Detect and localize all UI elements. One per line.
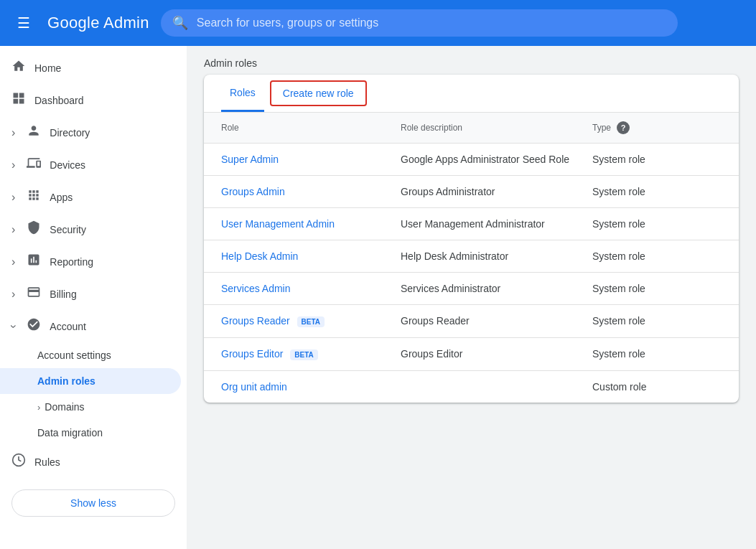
sidebar-label-rules: Rules — [34, 456, 60, 468]
chevron-right-icon-devices: › — [11, 159, 15, 172]
sidebar-label-account: Account — [50, 321, 86, 332]
table-header: Role Role description Type ? — [204, 113, 739, 144]
table-row: Groups Editor BETA Groups Editor System … — [204, 338, 739, 371]
sidebar-item-admin-roles[interactable]: Admin roles — [0, 368, 181, 394]
app-logo: Google Admin — [47, 14, 149, 32]
role-desc-groups-reader: Groups Reader — [401, 315, 592, 327]
header-type: Type ? — [592, 121, 722, 134]
role-cell-groups-reader: Groups Reader BETA — [221, 315, 401, 327]
role-link-user-mgmt-admin[interactable]: User Management Admin — [221, 218, 401, 230]
sidebar-item-account-settings[interactable]: Account settings — [0, 342, 181, 368]
tab-roles[interactable]: Roles — [221, 75, 264, 112]
sidebar-label-dashboard: Dashboard — [34, 95, 84, 106]
role-type-groups-admin: System role — [592, 186, 722, 197]
role-link-org-unit-admin[interactable]: Org unit admin — [221, 381, 401, 393]
reporting-icon — [27, 253, 41, 271]
sidebar-item-directory[interactable]: › Directory — [0, 116, 181, 149]
breadcrumb: Admin roles — [187, 46, 756, 75]
account-subitems: Account settings Admin roles › Domains D… — [0, 342, 187, 446]
chevron-right-icon: › — [11, 126, 15, 139]
billing-icon — [27, 285, 41, 303]
role-desc-user-mgmt-admin: User Management Administrator — [401, 218, 592, 230]
account-icon — [27, 317, 41, 335]
role-desc-super-admin: Google Apps Administrator Seed Role — [401, 154, 592, 165]
role-desc-groups-admin: Groups Administrator — [401, 186, 592, 197]
sidebar: Home Dashboard › Directory › Devices — [0, 46, 187, 549]
sidebar-label-security: Security — [50, 224, 86, 235]
type-help-icon[interactable]: ? — [617, 121, 630, 134]
sidebar-label-directory: Directory — [50, 127, 90, 139]
header-role: Role — [221, 121, 401, 134]
sidebar-label-apps: Apps — [50, 192, 73, 203]
chevron-right-icon-security: › — [11, 223, 15, 236]
role-type-groups-reader: System role — [592, 315, 722, 327]
security-icon — [27, 220, 41, 238]
role-link-help-desk-admin[interactable]: Help Desk Admin — [221, 250, 401, 262]
tab-create-new-role[interactable]: Create new role — [270, 80, 367, 106]
table-row: Groups Reader BETA Groups Reader System … — [204, 305, 739, 338]
admin-roles-label: Admin roles — [37, 375, 95, 387]
role-desc-services-admin: Services Administrator — [401, 283, 592, 294]
table-row: Super Admin Google Apps Administrator Se… — [204, 144, 739, 176]
role-type-groups-editor: System role — [592, 348, 722, 360]
sidebar-label-reporting: Reporting — [50, 256, 93, 268]
devices-icon — [27, 156, 41, 174]
role-desc-help-desk-admin: Help Desk Administrator — [401, 250, 592, 262]
role-cell-groups-editor: Groups Editor BETA — [221, 348, 401, 360]
table-row: Groups Admin Groups Administrator System… — [204, 176, 739, 208]
search-icon: 🔍 — [172, 15, 188, 31]
menu-icon[interactable]: ☰ — [11, 9, 36, 37]
sidebar-item-apps[interactable]: › Apps — [0, 181, 181, 213]
chevron-right-icon-reporting: › — [11, 255, 15, 268]
chevron-domains-icon: › — [37, 402, 40, 413]
sidebar-item-security[interactable]: › Security — [0, 213, 181, 245]
dashboard-icon — [11, 91, 26, 109]
role-desc-groups-editor: Groups Editor — [401, 348, 592, 360]
home-icon — [11, 59, 26, 77]
search-input[interactable] — [197, 17, 666, 29]
sidebar-item-home[interactable]: Home — [0, 52, 181, 84]
role-link-groups-editor[interactable]: Groups Editor — [221, 348, 283, 360]
content-card: Roles Create new role Role Role descript… — [204, 75, 739, 403]
sidebar-item-devices[interactable]: › Devices — [0, 149, 181, 181]
chevron-right-icon-apps: › — [11, 191, 15, 204]
table-row: Org unit admin Custom role — [204, 371, 739, 403]
account-settings-label: Account settings — [37, 349, 111, 361]
rules-icon — [11, 453, 26, 471]
beta-badge-groups-reader: BETA — [297, 316, 325, 327]
sidebar-item-rules[interactable]: Rules — [0, 446, 181, 478]
topbar: ☰ Google Admin 🔍 — [0, 0, 756, 46]
role-type-org-unit-admin: Custom role — [592, 381, 722, 393]
sidebar-label-home: Home — [34, 62, 61, 74]
sidebar-label-billing: Billing — [50, 288, 76, 300]
sidebar-item-account[interactable]: › Account — [0, 310, 181, 342]
data-migration-label: Data migration — [37, 427, 103, 438]
role-link-groups-reader[interactable]: Groups Reader — [221, 315, 290, 327]
role-type-help-desk-admin: System role — [592, 250, 722, 262]
tabs-bar: Roles Create new role — [204, 75, 739, 113]
role-link-groups-admin[interactable]: Groups Admin — [221, 186, 401, 197]
search-bar[interactable]: 🔍 — [161, 9, 678, 37]
table-row: Help Desk Admin Help Desk Administrator … — [204, 240, 739, 273]
sidebar-item-dashboard[interactable]: Dashboard — [0, 84, 181, 116]
apps-icon — [27, 188, 41, 206]
table-row: User Management Admin User Management Ad… — [204, 208, 739, 240]
main-layout: Home Dashboard › Directory › Devices — [0, 46, 756, 549]
show-less-button[interactable]: Show less — [11, 489, 175, 517]
sidebar-label-devices: Devices — [50, 159, 85, 171]
role-link-super-admin[interactable]: Super Admin — [221, 154, 401, 165]
table-row: Services Admin Services Administrator Sy… — [204, 273, 739, 305]
role-link-services-admin[interactable]: Services Admin — [221, 283, 401, 294]
sidebar-item-reporting[interactable]: › Reporting — [0, 245, 181, 278]
chevron-down-icon-account: › — [7, 324, 20, 328]
directory-icon — [27, 123, 41, 141]
main-content: Admin roles Roles Create new role Role R… — [187, 46, 756, 549]
domains-label: Domains — [45, 401, 84, 413]
role-type-services-admin: System role — [592, 283, 722, 294]
sidebar-item-data-migration[interactable]: Data migration — [0, 420, 181, 446]
role-type-super-admin: System role — [592, 154, 722, 165]
sidebar-item-billing[interactable]: › Billing — [0, 278, 181, 310]
sidebar-item-domains[interactable]: › Domains — [0, 394, 181, 420]
role-type-user-mgmt-admin: System role — [592, 218, 722, 230]
header-role-description: Role description — [401, 121, 592, 134]
